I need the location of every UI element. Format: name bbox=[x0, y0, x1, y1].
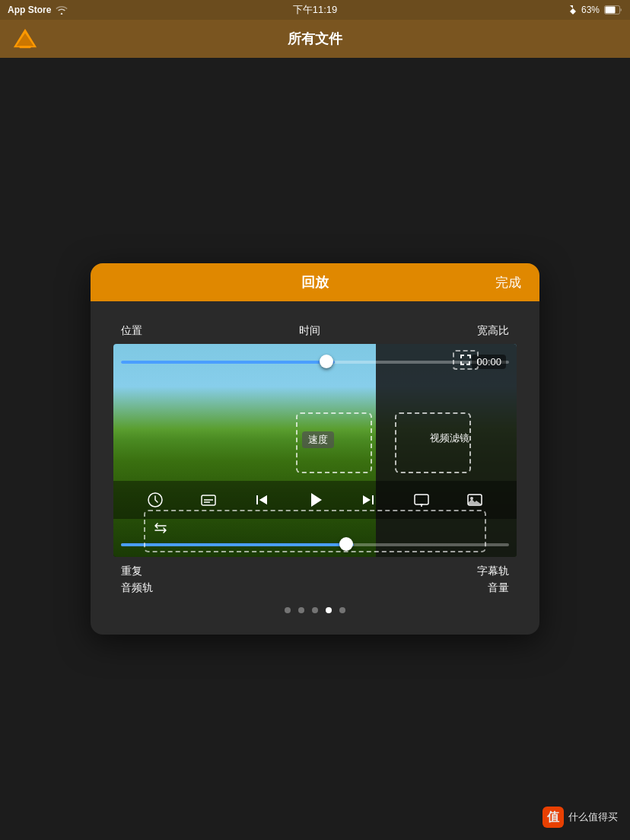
main-content: 回放 完成 位置 时间 宽高比 bbox=[0, 58, 630, 840]
progress-bar[interactable] bbox=[121, 361, 509, 364]
dot-4-active[interactable] bbox=[326, 607, 332, 613]
progress-thumb[interactable] bbox=[320, 355, 333, 368]
svg-marker-10 bbox=[259, 495, 267, 504]
card-header: 回放 完成 bbox=[91, 263, 539, 301]
card-title: 回放 bbox=[247, 273, 384, 291]
speed-label: 速度 bbox=[302, 431, 334, 448]
volume-label: 音量 bbox=[488, 581, 509, 595]
repeat-label: 重复 bbox=[121, 565, 142, 578]
status-right: 63% bbox=[569, 5, 622, 15]
position-label: 位置 bbox=[121, 324, 142, 338]
svg-rect-12 bbox=[372, 495, 374, 504]
status-left: App Store bbox=[8, 5, 68, 15]
video-player[interactable]: 00:00 速度 视频滤镜 bbox=[113, 344, 517, 557]
svg-rect-4 bbox=[19, 46, 30, 48]
filter-label: 视频滤镜 bbox=[430, 431, 469, 445]
bottom-labels-row1: 重复 字幕轨 bbox=[113, 565, 517, 578]
svg-marker-13 bbox=[363, 495, 371, 504]
aspect-label: 宽高比 bbox=[477, 324, 509, 338]
svg-rect-9 bbox=[256, 495, 258, 504]
done-button[interactable]: 完成 bbox=[495, 274, 521, 291]
dot-5[interactable] bbox=[339, 607, 345, 613]
pagination-dots bbox=[113, 595, 517, 619]
audio-track-label: 音频轨 bbox=[121, 581, 153, 595]
nav-bar: 所有文件 bbox=[0, 20, 630, 58]
svg-rect-1 bbox=[606, 7, 616, 14]
dot-2[interactable] bbox=[298, 607, 304, 613]
watermark: 值 什么值得买 bbox=[542, 807, 618, 828]
subtitle-track-label: 字幕轨 bbox=[477, 565, 509, 578]
dot-1[interactable] bbox=[285, 607, 291, 613]
watermark-icon: 值 bbox=[542, 807, 564, 828]
watermark-text: 什么值得买 bbox=[568, 810, 618, 824]
aspect-ratio-box[interactable] bbox=[453, 350, 479, 370]
bluetooth-icon bbox=[569, 5, 577, 15]
svg-marker-11 bbox=[311, 493, 322, 507]
wifi-icon bbox=[56, 5, 68, 14]
aspect-ratio-icon bbox=[459, 353, 473, 367]
status-time: 下午11:19 bbox=[293, 3, 338, 17]
status-bar: App Store 下午11:19 63% bbox=[0, 0, 630, 20]
bottom-labels-row2: 音频轨 音量 bbox=[113, 581, 517, 595]
app-store-label: App Store bbox=[8, 5, 51, 15]
battery-icon bbox=[604, 5, 622, 14]
repeat-icon[interactable] bbox=[153, 520, 168, 539]
progress-fill bbox=[121, 361, 335, 364]
vlc-icon bbox=[12, 26, 38, 52]
dot-3[interactable] bbox=[312, 607, 318, 613]
bottom-annotation-box bbox=[144, 510, 486, 552]
time-label: 时间 bbox=[299, 324, 320, 338]
card-body: 位置 时间 宽高比 00:00 bbox=[91, 301, 539, 635]
nav-title: 所有文件 bbox=[288, 30, 342, 48]
top-labels: 位置 时间 宽高比 bbox=[113, 324, 517, 338]
svg-rect-14 bbox=[415, 495, 428, 504]
battery-percent: 63% bbox=[581, 5, 600, 15]
card: 回放 完成 位置 时间 宽高比 bbox=[91, 263, 539, 635]
